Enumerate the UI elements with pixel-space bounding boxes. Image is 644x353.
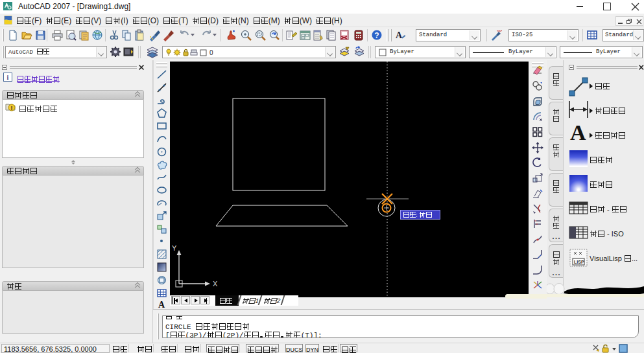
svg-text:?: ? bbox=[374, 31, 379, 40]
svg-text:X: X bbox=[213, 280, 218, 288]
svg-text:A: A bbox=[396, 30, 403, 40]
svg-text:Y: Y bbox=[172, 244, 177, 252]
svg-text:LISP: LISP bbox=[574, 260, 584, 264]
svg-text:A: A bbox=[158, 300, 165, 309]
svg-text:!: ! bbox=[11, 105, 13, 111]
svg-text:0: 0 bbox=[209, 49, 213, 56]
